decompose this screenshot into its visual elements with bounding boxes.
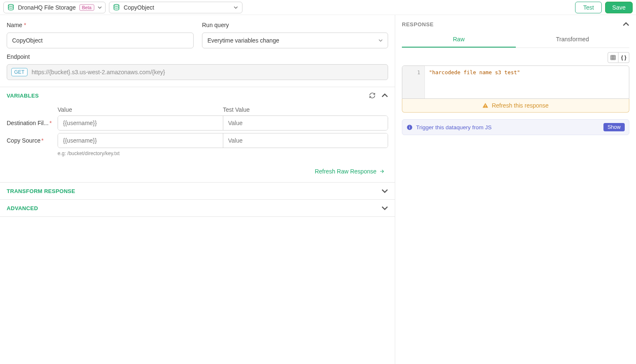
var-value-input[interactable] [58,133,223,148]
var-testvalue-input[interactable] [223,133,388,148]
var-testvalue-input[interactable] [223,116,388,130]
chevron-down-icon [234,5,238,10]
braces-icon: { } [621,55,626,60]
chevron-up-icon[interactable] [381,92,388,99]
endpoint-label: Endpoint [7,53,30,60]
chevron-down-icon [379,38,383,43]
warning-icon [482,103,488,108]
var-label: Destination Fil... [7,120,48,126]
required-indicator: * [24,22,26,28]
storage-selector[interactable]: DronaHQ File Storage Beta [3,2,106,13]
chevron-down-icon [381,188,388,194]
database-icon [7,4,15,11]
variable-row: Destination Fil...* [7,115,388,131]
response-pane: RESPONSE Raw Transformed { } 1 "harcoded… [395,15,636,364]
variable-row: Copy Source* [7,133,388,148]
query-name: CopyObject [124,4,154,11]
js-trigger-banner: Trigger this dataquery from JS Show [402,119,629,135]
tab-raw[interactable]: Raw [402,32,516,48]
var-value-input[interactable] [58,116,223,130]
code-text[interactable]: "harcodede file name s3 test" [425,66,524,98]
response-body: 1 "harcodede file name s3 test" [402,65,629,99]
query-selector[interactable]: CopyObject [109,2,242,13]
refresh-raw-response-link[interactable]: Refresh Raw Response [315,168,385,175]
variables-table: Value Test Value Destination Fil...* Cop… [0,104,395,160]
chevron-down-icon [381,205,388,211]
var-hint: e.g: /bucket/directory/key.txt [58,151,388,156]
transform-section-header[interactable]: TRANSFORM RESPONSE [0,183,395,200]
required-indicator: * [41,137,43,144]
js-trigger-text: Trigger this dataquery from JS [416,124,492,131]
runquery-select[interactable]: Everytime variables change [202,33,388,48]
show-button[interactable]: Show [603,123,625,131]
runquery-value: Everytime variables change [207,37,279,44]
chevron-down-icon [98,5,102,10]
name-input[interactable] [7,33,194,48]
view-table-button[interactable] [608,52,618,63]
transform-title: TRANSFORM RESPONSE [7,188,75,194]
col-header-value: Value [58,106,223,113]
response-tabs: Raw Transformed [402,32,629,48]
svg-point-0 [8,4,13,6]
code-line-number: 1 [402,66,425,98]
advanced-section-header[interactable]: ADVANCED [0,200,395,217]
arrow-right-icon [379,168,385,174]
info-icon [406,124,413,131]
top-bar: DronaHQ File Storage Beta CopyObject Tes… [0,0,636,15]
variables-title: VARIABLES [7,93,39,99]
beta-badge: Beta [79,4,95,11]
refresh-icon[interactable] [369,92,376,99]
svg-rect-2 [611,55,616,60]
svg-rect-3 [485,105,486,106]
required-indicator: * [49,120,51,126]
config-pane: Name* Run query Everytime variables chan… [0,15,395,364]
database-icon [113,4,120,11]
test-button[interactable]: Test [575,2,602,13]
variables-section-header[interactable]: VARIABLES [0,87,395,104]
refresh-response-label: Refresh this response [492,102,548,109]
svg-rect-7 [409,126,410,126]
var-label: Copy Source [7,137,40,144]
save-button[interactable]: Save [605,2,633,13]
storage-name: DronaHQ File Storage [18,4,76,11]
chevron-up-icon[interactable] [623,21,629,28]
runquery-label: Run query [202,22,229,28]
table-icon [610,55,616,60]
svg-rect-4 [485,107,486,107]
refresh-raw-label: Refresh Raw Response [315,168,376,175]
method-badge: GET [11,68,28,76]
svg-rect-6 [409,127,410,128]
col-header-testvalue: Test Value [223,106,388,113]
name-label: Name [7,22,22,28]
tab-transformed[interactable]: Transformed [516,32,630,48]
endpoint-display: GET https://{bucket}.s3.us-west-2.amazon… [7,64,388,80]
endpoint-url: https://{bucket}.s3.us-west-2.amazonaws.… [32,69,165,75]
refresh-response-banner[interactable]: Refresh this response [402,99,629,113]
svg-point-1 [114,4,119,6]
view-json-button[interactable]: { } [618,52,629,63]
response-title: RESPONSE [402,21,434,28]
advanced-title: ADVANCED [7,205,38,211]
